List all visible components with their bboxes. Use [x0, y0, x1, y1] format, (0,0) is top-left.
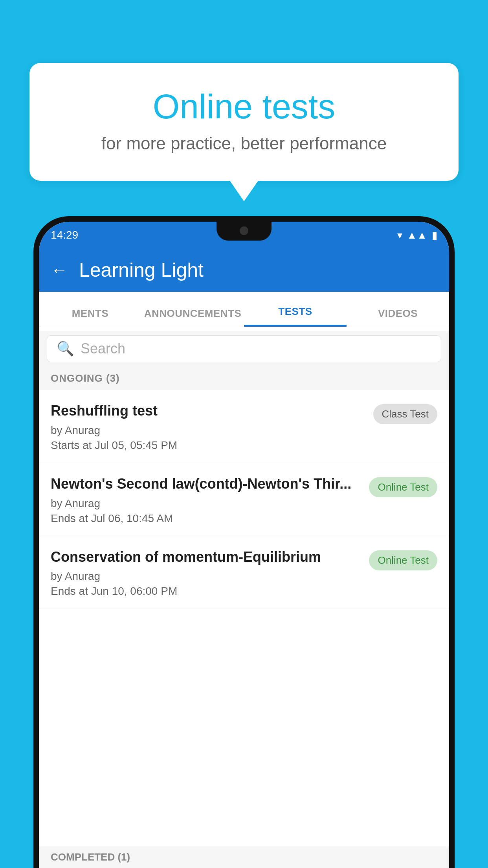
test-date-newtons: Ends at Jul 06, 10:45 AM [51, 512, 361, 525]
test-date-conservation: Ends at Jun 10, 06:00 PM [51, 585, 361, 598]
tab-announcements[interactable]: ANNOUNCEMENTS [141, 307, 244, 327]
battery-icon: ▮ [432, 229, 437, 241]
test-title-newtons: Newton's Second law(contd)-Newton's Thir… [51, 475, 361, 493]
badge-online-test-2: Online Test [369, 550, 437, 570]
search-input-wrapper[interactable]: 🔍 Search [47, 335, 441, 362]
test-info-newtons: Newton's Second law(contd)-Newton's Thir… [51, 475, 369, 525]
test-item-newtons[interactable]: Newton's Second law(contd)-Newton's Thir… [39, 463, 449, 536]
test-item-reshuffling[interactable]: Reshuffling test by Anurag Starts at Jul… [39, 390, 449, 463]
phone-screen: 14:29 ▾ ▲▲ ▮ ← Learning Light MENTS ANNO… [39, 222, 449, 868]
front-camera [240, 226, 248, 235]
test-title-conservation: Conservation of momentum-Equilibrium [51, 548, 361, 566]
test-title-reshuffling: Reshuffling test [51, 402, 365, 420]
phone-notch [216, 222, 272, 241]
tab-ments[interactable]: MENTS [39, 307, 141, 327]
signal-icon: ▲▲ [407, 229, 427, 241]
search-bar-container: 🔍 Search [39, 331, 449, 366]
test-date-reshuffling: Starts at Jul 05, 05:45 PM [51, 439, 365, 452]
back-button[interactable]: ← [51, 260, 68, 280]
badge-online-test-1: Online Test [369, 477, 437, 497]
promo-speech-bubble: Online tests for more practice, better p… [29, 63, 459, 181]
bubble-subtitle: for more practice, better performance [61, 134, 427, 153]
status-time: 14:29 [51, 229, 78, 241]
test-info-reshuffling: Reshuffling test by Anurag Starts at Jul… [51, 402, 373, 452]
test-info-conservation: Conservation of momentum-Equilibrium by … [51, 548, 369, 598]
search-input[interactable]: Search [81, 340, 125, 357]
tabs-bar: MENTS ANNOUNCEMENTS TESTS VIDEOS [39, 292, 449, 327]
test-list: Reshuffling test by Anurag Starts at Jul… [39, 390, 449, 868]
tab-tests[interactable]: TESTS [244, 305, 347, 327]
test-author-newtons: by Anurag [51, 497, 361, 510]
app-bar-title: Learning Light [79, 259, 204, 281]
screen-content: 14:29 ▾ ▲▲ ▮ ← Learning Light MENTS ANNO… [39, 222, 449, 868]
bubble-title: Online tests [61, 86, 427, 127]
status-icons: ▾ ▲▲ ▮ [397, 229, 437, 241]
search-icon: 🔍 [57, 340, 74, 357]
ongoing-section-header: ONGOING (3) [39, 366, 449, 390]
wifi-icon: ▾ [397, 229, 402, 241]
tab-videos[interactable]: VIDEOS [347, 307, 449, 327]
app-bar: ← Learning Light [39, 248, 449, 292]
completed-section-header: COMPLETED (1) [39, 846, 449, 868]
phone-frame: 14:29 ▾ ▲▲ ▮ ← Learning Light MENTS ANNO… [33, 216, 455, 868]
test-item-conservation[interactable]: Conservation of momentum-Equilibrium by … [39, 536, 449, 609]
test-author-conservation: by Anurag [51, 570, 361, 583]
test-author-reshuffling: by Anurag [51, 424, 365, 437]
ongoing-label: ONGOING (3) [51, 372, 120, 384]
completed-label: COMPLETED (1) [51, 851, 130, 863]
badge-class-test: Class Test [373, 404, 437, 424]
